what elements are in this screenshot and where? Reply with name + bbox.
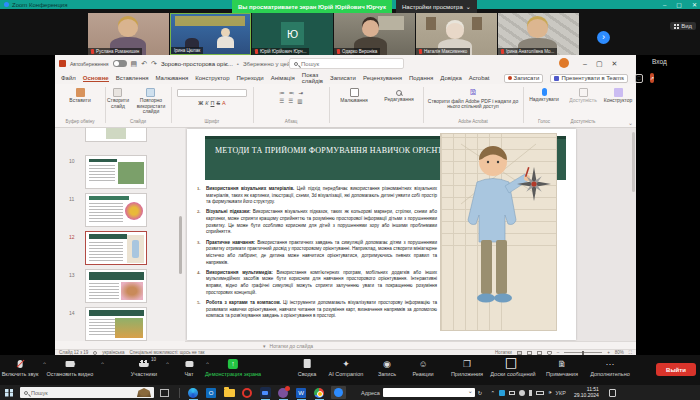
- paste-button[interactable]: Вставити: [57, 88, 103, 104]
- leave-button[interactable]: Выйти: [656, 363, 696, 376]
- zoom-app-icon[interactable]: [260, 387, 271, 398]
- clock[interactable]: 11:51 29.10.2024: [574, 387, 599, 399]
- zoom-meeting-active-icon[interactable]: [331, 386, 346, 399]
- participants-caret[interactable]: ⌃: [165, 361, 170, 368]
- account-avatar[interactable]: [559, 58, 569, 68]
- italic-button[interactable]: К: [205, 100, 208, 106]
- accessibility-button[interactable]: Доступність: [565, 88, 601, 104]
- font-name-box[interactable]: [177, 89, 247, 97]
- close-icon[interactable]: ✕: [692, 1, 697, 8]
- ai-companion-button[interactable]: ✦ AI Companion: [329, 358, 364, 377]
- align-left-button[interactable]: ☰: [279, 98, 284, 104]
- video-tile-active-speaker[interactable]: Ірина Цюпак: [170, 13, 251, 55]
- columns-button[interactable]: ▥: [297, 98, 302, 104]
- tab-help[interactable]: Довідка: [440, 75, 462, 81]
- tab-draw[interactable]: Малювання: [156, 75, 189, 81]
- present-in-teams-button[interactable]: Презентувати в Teams: [550, 74, 628, 83]
- slideshow-icon[interactable]: [547, 351, 552, 355]
- view-settings-button[interactable]: Настройки просмотра ⌄: [396, 0, 477, 13]
- tab-file[interactable]: Файл: [61, 75, 76, 81]
- slide-body-text[interactable]: 1. Використання візуальних матеріалів. Ц…: [197, 186, 437, 323]
- ppt-search-box[interactable]: Пошук: [289, 58, 404, 69]
- display-icon[interactable]: [509, 391, 515, 395]
- slide-thumbnail[interactable]: [85, 193, 147, 227]
- slide-thumbnail-selected[interactable]: [85, 231, 147, 265]
- more-button[interactable]: ··· Дополнительно: [590, 358, 630, 377]
- tab-animations[interactable]: Анімація: [271, 75, 295, 81]
- dictate-button[interactable]: Надиктувати: [525, 88, 563, 103]
- view-button[interactable]: Вид: [670, 22, 696, 30]
- tab-acrobat[interactable]: Acrobat: [469, 75, 490, 81]
- share-screen-button[interactable]: ↑ Демонстрация экрана: [205, 358, 261, 377]
- tray-app-icon[interactable]: [499, 390, 505, 396]
- save-icon[interactable]: ▤: [131, 60, 138, 68]
- slide-scrollbar[interactable]: [632, 132, 635, 192]
- opera-icon[interactable]: [242, 387, 253, 398]
- ppt-minimize-icon[interactable]: –: [583, 60, 587, 67]
- onedrive-icon[interactable]: [519, 390, 525, 396]
- video-tile[interactable]: Руслана Романишин: [88, 13, 169, 55]
- record-button-zoom[interactable]: ◉ Запись: [378, 358, 396, 377]
- align-center-button[interactable]: ☰: [288, 98, 293, 104]
- tab-transitions[interactable]: Переходи: [236, 75, 263, 81]
- address-input[interactable]: [383, 388, 475, 397]
- taskbar-search[interactable]: Пошук: [20, 387, 154, 398]
- editing-button[interactable]: Редагування: [377, 88, 421, 103]
- apps-button[interactable]: ❐ Приложения: [451, 358, 483, 377]
- whiteboards-button[interactable]: ⃞⃞ Доски сообщений: [490, 358, 535, 377]
- ppt-maximize-icon[interactable]: ▢: [596, 60, 603, 68]
- slide-sorter-icon[interactable]: [527, 351, 532, 355]
- notes-button[interactable]: 🗎 Примечания: [546, 358, 578, 377]
- undo-icon[interactable]: ↶: [141, 60, 147, 68]
- drawing-button[interactable]: Малювання: [333, 88, 375, 104]
- video-tile[interactable]: Ірина Анатоліївна Мо...: [498, 13, 579, 55]
- slide-thumbnail[interactable]: [85, 128, 147, 142]
- zoom-slider[interactable]: [564, 352, 602, 353]
- tab-review[interactable]: Рецензування: [363, 75, 402, 81]
- maximize-icon[interactable]: ▢: [676, 1, 682, 8]
- viber-icon[interactable]: [278, 387, 289, 398]
- summary-button[interactable]: Сводка: [298, 358, 317, 377]
- ppt-close-icon[interactable]: ✕: [612, 60, 618, 68]
- indent-button[interactable]: ⇥: [298, 90, 303, 96]
- underline-button[interactable]: П: [210, 100, 214, 106]
- background-login-label[interactable]: Вход: [652, 58, 667, 65]
- stop-video-button[interactable]: Остановить видео: [47, 358, 94, 377]
- boy-compass-illustration[interactable]: [440, 133, 557, 331]
- bold-button[interactable]: Ж: [198, 100, 203, 106]
- word-icon[interactable]: W: [296, 387, 307, 398]
- tab-insert[interactable]: Вставлення: [116, 75, 149, 81]
- tab-design[interactable]: Конструктор: [195, 75, 229, 81]
- bullets-button[interactable]: ≔: [279, 90, 285, 96]
- task-view-icon[interactable]: [160, 389, 169, 397]
- comments-icon[interactable]: 🗩: [635, 74, 643, 83]
- tab-home[interactable]: Основне: [83, 75, 109, 82]
- redo-icon[interactable]: ↷: [151, 60, 157, 68]
- reuse-slides-button[interactable]: Повторно використати слайди: [133, 88, 169, 115]
- chat-button[interactable]: Чат: [184, 358, 193, 377]
- tab-record[interactable]: Записати: [330, 75, 356, 81]
- strikethrough-button[interactable]: S: [216, 100, 220, 106]
- normal-view-icon[interactable]: [517, 351, 522, 355]
- outlook-icon[interactable]: O: [206, 387, 217, 398]
- battery-icon[interactable]: [536, 391, 544, 395]
- start-button[interactable]: [5, 389, 13, 397]
- notes-pane[interactable]: ▾ Нотатки до слайда: [185, 341, 636, 349]
- current-slide[interactable]: МЕТОДИ ТА ПРИЙОМИ ФОРМУВАННЯ НАВИЧОК ОРІ…: [187, 129, 576, 340]
- record-button[interactable]: Записати: [504, 74, 544, 83]
- designer-button[interactable]: Конструктор: [603, 88, 633, 104]
- video-tile[interactable]: Ю Юрій Юрійович Юрч...: [252, 13, 333, 55]
- reading-view-icon[interactable]: [537, 351, 542, 355]
- slide-thumbnail[interactable]: [85, 155, 147, 189]
- collapse-ribbon-icon[interactable]: ⌄: [628, 119, 633, 126]
- language-indicator[interactable]: УКР: [556, 390, 566, 396]
- participants-button[interactable]: 10 Участники: [131, 358, 157, 377]
- unmute-button[interactable]: Включить звук: [2, 358, 39, 377]
- share-button[interactable]: ⇗: [650, 73, 654, 83]
- font-color-button[interactable]: A: [222, 100, 226, 106]
- tray-mic-icon[interactable]: [529, 390, 532, 396]
- slide-thumbnail[interactable]: [85, 307, 147, 341]
- autosave-toggle[interactable]: [113, 60, 127, 67]
- new-slide-button[interactable]: Створити слайд: [107, 88, 129, 115]
- video-options-caret[interactable]: ⌃: [100, 361, 105, 368]
